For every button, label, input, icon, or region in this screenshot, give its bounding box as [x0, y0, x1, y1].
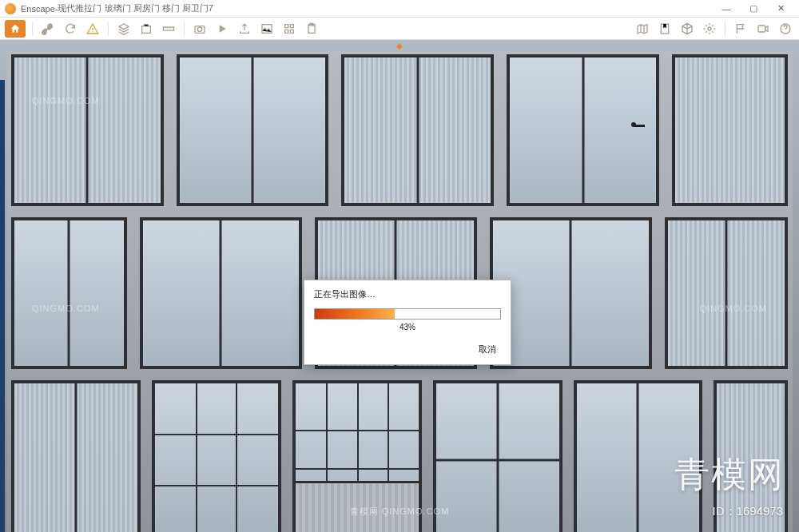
door-item: [341, 54, 494, 206]
watermark-id: ID：1694973: [713, 504, 783, 519]
link-button[interactable]: [39, 20, 57, 38]
minimize-button[interactable]: —: [713, 1, 740, 17]
home-icon: [10, 23, 21, 34]
watermark-faint: QINGMO.COM: [32, 96, 100, 105]
bookmark-button[interactable]: [656, 20, 674, 38]
bookmark-icon: [658, 22, 671, 35]
progress-fill: [315, 309, 395, 319]
layers-button[interactable]: [115, 20, 133, 38]
progress-bar: [314, 308, 501, 320]
warning-button[interactable]: [84, 20, 101, 38]
settings-button[interactable]: [701, 20, 718, 38]
flag-button[interactable]: [732, 20, 749, 38]
watermark-center: 青模网 QINGMO.COM: [350, 506, 450, 518]
play-button[interactable]: [213, 20, 231, 38]
door-item: [11, 54, 164, 206]
dialog-title: 正在导出图像…: [314, 288, 501, 300]
render-viewport[interactable]: ◆: [0, 40, 799, 532]
export-icon: [238, 22, 251, 35]
refresh-button[interactable]: [62, 20, 79, 38]
door-item: [11, 380, 141, 532]
camera-icon: [193, 22, 206, 35]
camera-button[interactable]: [191, 20, 209, 38]
warning-icon: [86, 22, 99, 35]
grid-icon: [283, 22, 296, 35]
door-item: [152, 380, 281, 532]
export-progress-dialog: 正在导出图像… 43% 取消: [304, 280, 511, 365]
svg-rect-0: [142, 26, 151, 33]
document-title: 现代推拉门 玻璃门 厨房门 移门 厨卫门7: [58, 2, 213, 14]
clipboard-button[interactable]: [303, 20, 320, 38]
door-item: [672, 54, 788, 206]
map-icon: [636, 22, 649, 35]
export-button[interactable]: [236, 20, 253, 38]
help-icon: [779, 22, 792, 35]
flag-icon: [734, 22, 747, 35]
cancel-button[interactable]: 取消: [474, 341, 501, 358]
close-button[interactable]: ✕: [767, 1, 794, 17]
svg-point-3: [197, 27, 201, 31]
left-edge-accent: [0, 80, 5, 532]
svg-rect-1: [163, 27, 173, 30]
watermark-faint: QINGMO.COM: [699, 304, 767, 313]
ruler-icon: [162, 22, 175, 35]
layers-icon: [117, 22, 130, 35]
door-item: [177, 54, 329, 206]
map-button[interactable]: [634, 20, 651, 38]
video-icon: [757, 22, 769, 35]
door-item: [140, 217, 302, 369]
image-icon: [260, 22, 273, 35]
svg-point-8: [708, 27, 711, 30]
orientation-marker-icon: ◆: [396, 42, 403, 50]
grid-button[interactable]: [280, 20, 298, 38]
watermark-brand: 青模网: [674, 451, 785, 498]
link-icon: [42, 22, 54, 35]
help-button[interactable]: [777, 20, 794, 38]
clipboard-icon: [305, 22, 318, 35]
door-item: [507, 54, 659, 206]
progress-percent: 43%: [314, 323, 501, 332]
cube-button[interactable]: [678, 20, 696, 38]
app-window: Enscape - 现代推拉门 玻璃门 厨房门 移门 厨卫门7 — ▢ ✕: [0, 0, 799, 532]
ruler-button[interactable]: [160, 20, 177, 38]
svg-rect-9: [758, 26, 765, 32]
settings-icon: [703, 22, 716, 35]
image-button[interactable]: [258, 20, 276, 38]
build-icon: [140, 22, 153, 35]
watermark-faint: QINGMO.COM: [32, 304, 100, 313]
maximize-button[interactable]: ▢: [740, 1, 767, 17]
toolbar: [0, 18, 799, 40]
door-item: [490, 217, 652, 369]
build-button[interactable]: [137, 20, 155, 38]
door-row-1: [11, 54, 788, 206]
app-name: Enscape: [21, 4, 55, 14]
door-item: [433, 380, 562, 532]
door-handle-icon: [634, 125, 645, 127]
video-button[interactable]: [754, 20, 772, 38]
refresh-icon: [64, 22, 77, 35]
door-item: [11, 217, 127, 369]
cube-icon: [681, 22, 694, 35]
titlebar[interactable]: Enscape - 现代推拉门 玻璃门 厨房门 移门 厨卫门7 — ▢ ✕: [0, 0, 799, 18]
door-item: [665, 217, 788, 369]
home-button[interactable]: [5, 20, 26, 38]
app-logo-icon: [5, 3, 16, 14]
play-icon: [216, 22, 229, 35]
